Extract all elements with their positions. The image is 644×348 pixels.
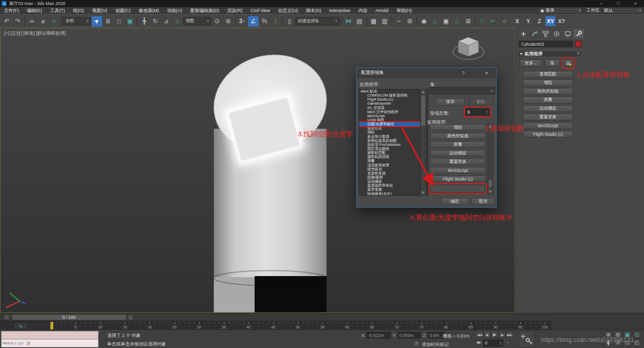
dialog-title-bar[interactable]: 配置按钮集 bbox=[357, 68, 496, 78]
named-selection-sets-icon[interactable]: {} bbox=[284, 16, 295, 27]
mini-curve-editor-button[interactable]: ∿ bbox=[14, 322, 27, 329]
utility-list-item[interactable]: 资源收集器 bbox=[359, 171, 420, 176]
total-buttons-spinner[interactable]: 9 ▴▾ bbox=[465, 108, 490, 116]
menu-item[interactable]: 渲染(R) bbox=[223, 7, 247, 14]
axis-z-button[interactable]: Z bbox=[534, 16, 544, 26]
viewcube[interactable] bbox=[453, 37, 484, 59]
login-button[interactable]: ◉ 登录 ▾ bbox=[538, 8, 583, 14]
percent-snap-button[interactable]: % bbox=[259, 16, 270, 27]
empty-button-slot[interactable] bbox=[430, 185, 486, 193]
utility-list-item[interactable]: 摄影机跟踪器 bbox=[359, 155, 420, 159]
z-coordinate-field[interactable]: 0.0m bbox=[428, 332, 445, 338]
scene-explorer-icon[interactable]: ▦ bbox=[368, 16, 379, 27]
utilities-tab-icon[interactable] bbox=[574, 29, 584, 38]
current-frame-field[interactable]: 0 ▴▾ bbox=[483, 339, 503, 346]
panel-utility-button[interactable]: 运动捕捉 bbox=[523, 105, 573, 112]
select-and-place-button[interactable]: ⌂ bbox=[172, 16, 183, 27]
utility-list-item[interactable]: 多边形计数器 bbox=[359, 135, 420, 139]
frame-spinner[interactable]: ▴▾ bbox=[500, 341, 501, 345]
play-button[interactable]: ▶ bbox=[491, 331, 498, 338]
window-crossing-icon[interactable]: ▣ bbox=[125, 16, 135, 27]
list-scrollbar[interactable]: ▲ ▼ bbox=[420, 90, 426, 195]
axis-plane-flyout-button[interactable]: X? bbox=[556, 16, 567, 26]
delete-set-button[interactable]: 删除 bbox=[468, 98, 494, 106]
utility-list-item[interactable]: UVW 移除 bbox=[359, 118, 420, 122]
panel-utility-button[interactable]: 测量 bbox=[523, 97, 573, 104]
add-time-tag-button[interactable]: 添加时间标记 bbox=[422, 341, 449, 348]
menu-item[interactable]: 创建(C) bbox=[111, 7, 135, 14]
select-object-button[interactable]: ➤ bbox=[92, 16, 102, 27]
bind-to-space-warp-icon[interactable]: ≈ bbox=[49, 16, 59, 27]
viewport-label[interactable]: [+] [正交] [标准] [默认明暗处理] bbox=[4, 30, 66, 37]
utilities-rollout-header[interactable]: ▾ 实用程序 ⠿ bbox=[518, 50, 582, 57]
material-editor-button[interactable]: ◉ bbox=[419, 16, 429, 27]
axis-xy-plane-button[interactable]: XY bbox=[545, 16, 555, 26]
utility-list-item[interactable]: MAX 标准 bbox=[359, 90, 420, 94]
next-frame-button[interactable]: › bbox=[127, 314, 134, 320]
x-coordinate-field[interactable]: -5.612m bbox=[366, 332, 390, 338]
menu-item[interactable]: 工具(T) bbox=[46, 7, 69, 14]
sets-button[interactable]: 集 bbox=[545, 59, 560, 67]
redo-icon[interactable]: ↷ bbox=[13, 16, 23, 27]
axis-y-button[interactable]: Y bbox=[523, 16, 533, 26]
render-flyout-icon[interactable]: ⊞ bbox=[463, 16, 473, 27]
curve-editor-button[interactable]: ∼ bbox=[393, 16, 404, 27]
panel-utility-button[interactable]: 透视匹配 bbox=[523, 71, 573, 78]
utility-list-item[interactable]: 实例化重复的贴图 bbox=[359, 139, 420, 143]
hierarchy-tab-icon[interactable] bbox=[540, 29, 550, 38]
named-set-dropdown[interactable]: 创建选择集 ▾ bbox=[295, 17, 340, 25]
workspace-selector[interactable]: 工作区: 默认▾ bbox=[587, 8, 643, 14]
key-step-icon[interactable]: ◀▶ bbox=[476, 340, 481, 344]
utility-set-button[interactable]: 运动捕捉 bbox=[430, 150, 486, 156]
set-name-dropdown[interactable]: ▾ bbox=[429, 87, 495, 95]
more-utilities-button[interactable]: 更多... bbox=[520, 59, 542, 67]
utility-list-item[interactable]: 细节级别 bbox=[359, 167, 420, 171]
configure-button-sets-button[interactable]: ≣ bbox=[563, 59, 573, 67]
go-to-end-button[interactable]: ▶▶| bbox=[506, 331, 513, 338]
grid-array-icon[interactable]: ∷ bbox=[477, 16, 488, 27]
scroll-up-icon[interactable]: ▲ bbox=[421, 90, 426, 95]
selection-filter-dropdown[interactable]: 全部 ▾ bbox=[63, 17, 91, 25]
scroll-down-icon[interactable]: ▼ bbox=[488, 189, 493, 194]
minimize-button[interactable]: – bbox=[593, 0, 610, 7]
previous-frame-button[interactable]: ◀| bbox=[484, 331, 491, 338]
panel-utility-button[interactable]: 重置变换 bbox=[523, 114, 573, 121]
motion-tab-icon[interactable] bbox=[551, 29, 561, 38]
next-frame-button[interactable]: |▶ bbox=[499, 331, 506, 338]
create-tab-icon[interactable] bbox=[518, 29, 528, 38]
menu-item[interactable]: 修改器(M) bbox=[135, 7, 164, 14]
utility-list-item[interactable]: IFL 管理器 bbox=[359, 106, 420, 110]
dialog-close-button[interactable]: × bbox=[480, 68, 493, 78]
select-and-rotate-button[interactable]: ↻ bbox=[150, 16, 160, 27]
cancel-button[interactable]: 取消 bbox=[471, 198, 495, 205]
isolate-region-icon[interactable]: ○ bbox=[499, 16, 510, 27]
utility-list-item[interactable]: MAXScript bbox=[359, 114, 420, 118]
spinner-arrows[interactable]: ▴▾ bbox=[486, 110, 488, 114]
utility-set-button[interactable]: Flight Studio (c) bbox=[430, 176, 486, 182]
menu-item[interactable]: 帮助(H) bbox=[392, 7, 416, 14]
panel-utility-button[interactable]: 颜色剪贴板 bbox=[523, 88, 573, 95]
modify-tab-icon[interactable] bbox=[529, 29, 539, 38]
utility-list-item[interactable]: COM/DCOM 服务器控制 bbox=[359, 94, 420, 98]
utility-list-item[interactable]: 重缩放世界单位 bbox=[359, 184, 420, 188]
utility-list-item[interactable]: 位图/光度学路径 bbox=[359, 122, 420, 126]
utility-list-item[interactable]: 重置变换 bbox=[359, 188, 420, 192]
display-tab-icon[interactable] bbox=[562, 29, 573, 38]
utility-list-item[interactable]: 运动捕捉 bbox=[359, 180, 420, 184]
select-and-scale-button[interactable]: ⊿ bbox=[161, 16, 172, 27]
utility-list-item[interactable]: 通道信息 bbox=[359, 126, 420, 130]
scroll-down-icon[interactable]: ▼ bbox=[421, 190, 426, 195]
rendered-frame-window-button[interactable]: ▣ bbox=[441, 16, 451, 27]
utility-set-button[interactable]: 塌陷 bbox=[430, 124, 486, 131]
snap-toggle-button[interactable]: 3∩ bbox=[237, 16, 248, 27]
utility-list-item[interactable]: 摄影机匹配 bbox=[359, 151, 420, 155]
maximize-button[interactable]: □ bbox=[610, 0, 627, 7]
menu-item[interactable]: 自定义(U) bbox=[274, 7, 302, 14]
spinner-snap-button[interactable]: ↕ bbox=[270, 16, 281, 27]
time-slider-handle[interactable]: 0 / 100 bbox=[12, 314, 126, 320]
utility-set-button[interactable]: 重置变换 bbox=[430, 158, 486, 165]
go-to-start-button[interactable]: |◀◀ bbox=[476, 331, 483, 338]
utility-list-item[interactable]: MAX 文件查找程序 bbox=[359, 110, 420, 114]
rectangular-selection-region-icon[interactable]: □ bbox=[114, 16, 124, 27]
panel-utility-button[interactable]: 塌陷 bbox=[523, 79, 573, 86]
